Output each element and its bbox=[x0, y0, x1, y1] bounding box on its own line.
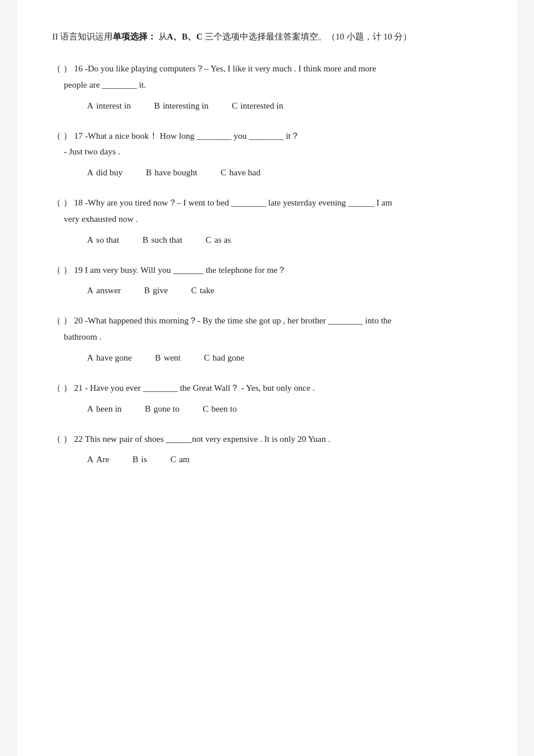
option-letter: A bbox=[87, 231, 93, 249]
option-q21-C: C been to bbox=[203, 400, 237, 417]
option-q17-A: A did buy bbox=[87, 164, 122, 181]
option-q18-C: C as as bbox=[205, 231, 231, 249]
section-instruction2: 三个选项中选择最佳答案填空。（10 小题，计 10 分） bbox=[203, 32, 412, 41]
question-block-q22: （ ） 22 This new pair of shoes ______not … bbox=[52, 431, 482, 469]
option-q17-B: B have bought bbox=[146, 164, 197, 181]
options-row-q21: A been in B gone to C been to bbox=[52, 400, 482, 417]
option-text: is bbox=[141, 451, 147, 468]
option-q21-A: A been in bbox=[87, 400, 122, 417]
questions-container: （ ） 16 -Do you like playing computers？– … bbox=[52, 61, 482, 468]
options-row-q18: A so that B such that C as as bbox=[52, 231, 482, 249]
option-q21-B: B gone to bbox=[145, 400, 180, 417]
option-q18-A: A so that bbox=[87, 231, 119, 249]
option-q22-A: A Are bbox=[87, 451, 109, 468]
question-text-q18: （ ） 18 -Why are you tired now？– I went t… bbox=[52, 195, 482, 228]
option-letter: C bbox=[191, 282, 197, 299]
options-row-q17: A did buy B have bought C have had bbox=[52, 164, 482, 181]
option-q19-B: B give bbox=[144, 282, 168, 299]
option-text: have bought bbox=[154, 164, 197, 181]
option-q16-A: A interest in bbox=[87, 97, 131, 114]
question-line2-q16: people are ________ it. bbox=[52, 77, 482, 93]
option-q19-C: C take bbox=[191, 282, 214, 299]
question-line2-q20: bathroom . bbox=[52, 329, 482, 345]
option-letter: B bbox=[145, 400, 151, 417]
options-row-q19: A answer B give C take bbox=[52, 282, 482, 299]
option-text: am bbox=[179, 451, 189, 468]
option-text: as as bbox=[214, 231, 231, 249]
section-header: II 语言知识运用单项选择： 从A、B、C 三个选项中选择最佳答案填空。（10 … bbox=[52, 29, 482, 45]
option-letter: C bbox=[205, 231, 211, 249]
option-text: did buy bbox=[96, 164, 122, 181]
option-text: such that bbox=[151, 231, 182, 249]
question-line2-q18: very exhausted now . bbox=[52, 211, 482, 228]
option-q20-B: B went bbox=[155, 349, 181, 366]
option-letter: C bbox=[232, 97, 237, 114]
options-row-q20: A have gone B went C had gone bbox=[52, 349, 482, 366]
page-container: II 语言知识运用单项选择： 从A、B、C 三个选项中选择最佳答案填空。（10 … bbox=[17, 0, 517, 756]
question-text-q17: （ ） 17 -What a nice book！ How long _____… bbox=[52, 128, 482, 161]
option-text: gone to bbox=[154, 400, 180, 417]
option-letter: A bbox=[87, 164, 93, 181]
option-text: give bbox=[153, 282, 168, 299]
option-text: so that bbox=[96, 231, 120, 249]
option-q16-C: C interested in bbox=[232, 97, 283, 114]
options-row-q16: A interest in B interesting in C interes… bbox=[52, 97, 482, 114]
option-text: take bbox=[200, 282, 214, 299]
question-block-q19: （ ） 19 I am very busy. Will you _______ … bbox=[52, 262, 482, 300]
option-letter: A bbox=[87, 451, 93, 468]
question-block-q17: （ ） 17 -What a nice book！ How long _____… bbox=[52, 128, 482, 182]
option-text: interesting in bbox=[163, 97, 208, 114]
option-q17-C: C have had bbox=[221, 164, 261, 181]
option-letter: A bbox=[87, 400, 93, 417]
question-paren-q16: （ ） 16 -Do you like playing computers？– … bbox=[52, 64, 376, 73]
option-text: interest in bbox=[96, 97, 131, 114]
option-text: answer bbox=[96, 282, 121, 299]
option-q19-A: A answer bbox=[87, 282, 121, 299]
option-text: been to bbox=[211, 400, 237, 417]
option-letter: B bbox=[155, 349, 161, 366]
section-abc: A、B、C bbox=[167, 32, 203, 41]
question-text-q19: （ ） 19 I am very busy. Will you _______ … bbox=[52, 262, 482, 279]
option-q18-B: B such that bbox=[142, 231, 182, 249]
option-letter: B bbox=[132, 451, 138, 468]
option-text: had gone bbox=[212, 349, 244, 366]
option-letter: A bbox=[87, 97, 93, 114]
section-bold: 单项选择： bbox=[113, 32, 156, 41]
option-q16-B: B interesting in bbox=[154, 97, 208, 114]
question-paren-q20: （ ） 20 -What happened this morning？- By … bbox=[52, 316, 391, 325]
option-q20-A: A have gone bbox=[87, 349, 132, 366]
option-letter: A bbox=[87, 349, 93, 366]
option-letter: C bbox=[203, 400, 208, 417]
option-text: interested in bbox=[240, 97, 283, 114]
option-letter: C bbox=[204, 349, 210, 366]
question-paren-q19: （ ） 19 I am very busy. Will you _______ … bbox=[52, 265, 286, 275]
option-letter: C bbox=[170, 451, 176, 468]
question-paren-q17: （ ） 17 -What a nice book！ How long _____… bbox=[52, 131, 300, 141]
option-text: been in bbox=[96, 400, 122, 417]
question-block-q21: （ ） 21 - Have you ever ________ the Grea… bbox=[52, 380, 482, 417]
option-text: have had bbox=[229, 164, 261, 181]
question-text-q22: （ ） 22 This new pair of shoes ______not … bbox=[52, 431, 482, 448]
option-letter: A bbox=[87, 282, 93, 299]
question-line2-q17: - Just two days . bbox=[52, 144, 482, 160]
option-letter: B bbox=[154, 97, 160, 114]
question-text-q16: （ ） 16 -Do you like playing computers？– … bbox=[52, 61, 482, 93]
section-label: II 语言知识运用 bbox=[52, 32, 113, 41]
option-text: have gone bbox=[96, 349, 132, 366]
question-paren-q22: （ ） 22 This new pair of shoes ______not … bbox=[52, 434, 330, 444]
question-block-q20: （ ） 20 -What happened this morning？- By … bbox=[52, 313, 482, 366]
question-block-q18: （ ） 18 -Why are you tired now？– I went t… bbox=[52, 195, 482, 249]
option-letter: B bbox=[146, 164, 151, 181]
option-q22-B: B is bbox=[132, 451, 147, 468]
question-paren-q21: （ ） 21 - Have you ever ________ the Grea… bbox=[52, 383, 315, 393]
option-letter: B bbox=[144, 282, 150, 299]
option-letter: B bbox=[142, 231, 148, 249]
option-q22-C: C am bbox=[170, 451, 189, 468]
section-instruction: 从 bbox=[156, 32, 167, 41]
question-text-q21: （ ） 21 - Have you ever ________ the Grea… bbox=[52, 380, 482, 397]
option-text: Are bbox=[96, 451, 110, 468]
question-text-q20: （ ） 20 -What happened this morning？- By … bbox=[52, 313, 482, 345]
option-letter: C bbox=[221, 164, 226, 181]
option-q20-C: C had gone bbox=[204, 349, 244, 366]
options-row-q22: A Are B is C am bbox=[52, 451, 482, 468]
